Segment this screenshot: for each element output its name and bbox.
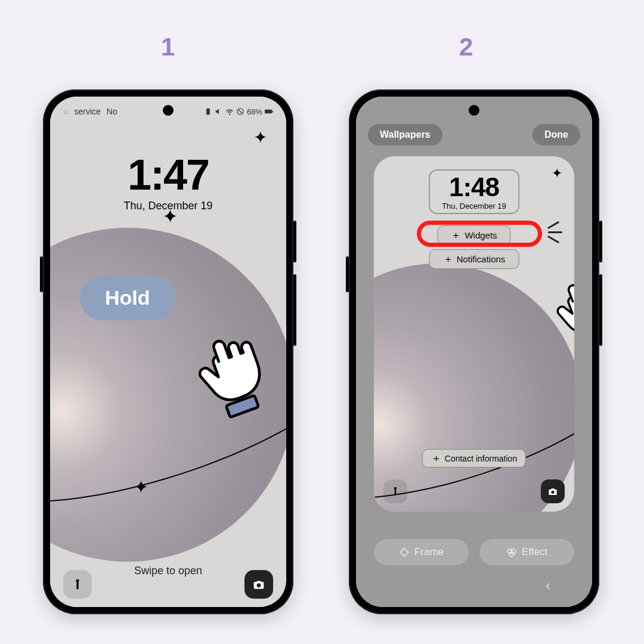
add-notifications-label: Notifications (457, 254, 506, 264)
add-widgets-label: Widgets (465, 230, 497, 240)
no-signal-icon (236, 107, 244, 116)
flashlight-button[interactable] (63, 570, 92, 599)
phone-frame-2: Wallpapers Done ✦ ✦ 1:48 Thu, December 1… (349, 89, 599, 614)
screen-2[interactable]: Wallpapers Done ✦ ✦ 1:48 Thu, December 1… (356, 97, 592, 607)
add-contact-label: Contact information (445, 454, 517, 463)
effect-tool-button[interactable]: Effect (479, 539, 574, 565)
clock-widget-frame[interactable]: 1:48 Thu, December 19 (429, 169, 519, 214)
camera-icon (548, 487, 558, 496)
sparkle-icon: ✦ (253, 129, 267, 146)
lockscreen-preview-card[interactable]: ✦ ✦ 1:48 Thu, December 19 ＋ Widgets ＋ No… (374, 156, 574, 512)
add-notifications-button[interactable]: ＋ Notifications (429, 249, 519, 269)
svg-rect-2 (265, 110, 272, 113)
battery-icon (265, 107, 273, 116)
camera-punch-icon (163, 105, 174, 116)
camera-icon (253, 578, 265, 590)
phone-frame-1: ✦ ✦ ✦ ○ service No 68% 1:47 Thu, Decembe… (43, 89, 293, 614)
click-burst-icon (536, 221, 566, 250)
wallpapers-button[interactable]: Wallpapers (368, 124, 442, 145)
plus-icon: ＋ (451, 230, 461, 240)
plus-icon: ＋ (431, 453, 441, 463)
add-contact-info-button[interactable]: ＋ Contact information (422, 449, 526, 467)
lockscreen-clock: 1:47 Thu, December 19 (50, 153, 286, 212)
status-service: service (74, 107, 100, 116)
add-widgets-button[interactable]: ＋ Widgets (437, 225, 510, 245)
clock-time: 1:47 (50, 153, 286, 196)
wifi-icon (225, 107, 234, 116)
battery-saver-icon (204, 107, 212, 116)
hold-instruction-badge: Hold (80, 275, 175, 320)
clock-time: 1:48 (442, 174, 506, 200)
clock-date: Thu, December 19 (50, 200, 286, 212)
plus-icon: ＋ (443, 254, 453, 264)
effect-label: Effect (522, 546, 547, 558)
nav-back-caret-icon[interactable]: ‹ (546, 577, 550, 594)
status-extra: No (107, 107, 117, 116)
done-button[interactable]: Done (532, 124, 580, 145)
frame-icon (399, 547, 410, 558)
camera-button[interactable] (244, 570, 273, 599)
clock-date: Thu, December 19 (442, 202, 506, 210)
step-2-number: 2 (459, 33, 473, 61)
battery-percent: 68% (247, 107, 262, 116)
screen-1[interactable]: ✦ ✦ ✦ ○ service No 68% 1:47 Thu, Decembe… (50, 97, 286, 607)
sparkle-icon: ✦ (134, 478, 148, 496)
camera-punch-icon (469, 105, 479, 116)
frame-label: Frame (414, 546, 444, 558)
camera-shortcut[interactable] (541, 479, 565, 503)
svg-rect-3 (272, 110, 273, 112)
pointing-hand-icon (193, 329, 277, 419)
pointing-hand-icon (553, 275, 574, 347)
effect-icon (506, 547, 517, 558)
flashlight-icon (391, 487, 400, 496)
flashlight-shortcut[interactable] (383, 479, 407, 503)
flashlight-icon (72, 578, 83, 590)
step-1-number: 1 (161, 33, 175, 61)
svg-rect-0 (206, 109, 210, 115)
sparkle-icon: ✦ (552, 167, 562, 180)
frame-tool-button[interactable]: Frame (374, 539, 469, 565)
mute-icon (215, 107, 223, 116)
